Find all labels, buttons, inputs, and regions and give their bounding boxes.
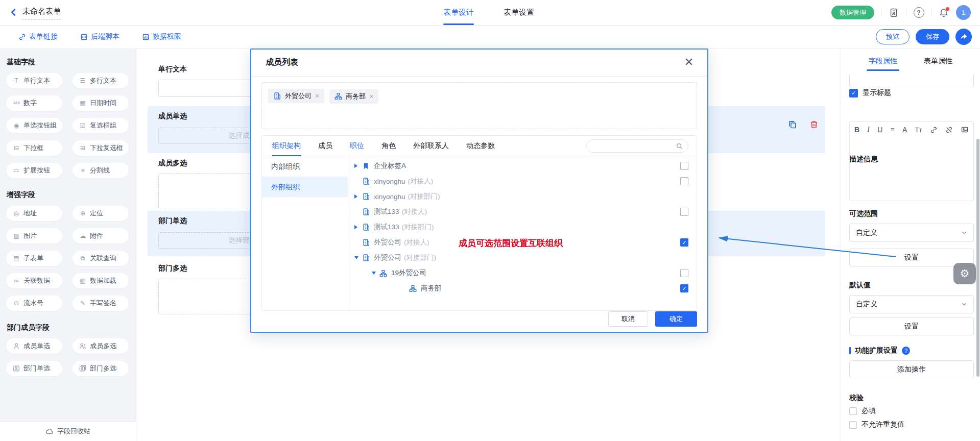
editor-font-size-icon[interactable]: Tᴛ [915, 126, 922, 134]
panel-scrollbar[interactable] [976, 139, 979, 377]
palette-item[interactable]: 部门多选 [73, 361, 129, 376]
tree-checkbox[interactable] [680, 177, 688, 185]
palette-item[interactable]: ▥数据加载 [73, 273, 129, 288]
editor-underline-icon[interactable]: U [877, 126, 882, 134]
close-icon[interactable]: ✕ [683, 56, 695, 68]
palette-item[interactable]: 成员多选 [73, 338, 129, 354]
editor-italic-icon[interactable]: I [867, 126, 870, 134]
default-set-button[interactable]: 设置 [849, 317, 974, 335]
form-title[interactable]: 未命名表单 [22, 7, 61, 20]
palette-item[interactable]: ⊞下拉复选框 [73, 140, 129, 156]
tree-node-suffix: (对接人) [404, 238, 429, 247]
save-button[interactable]: 保存 [916, 29, 949, 44]
editor-font-color-icon[interactable]: A [902, 126, 907, 134]
tree-checkbox[interactable] [680, 269, 688, 277]
tree-node[interactable]: xinyonghu(对接部门) [348, 189, 697, 204]
picker-tab-3[interactable]: 角色 [381, 136, 396, 156]
picker-tab-5[interactable]: 动态参数 [466, 136, 495, 156]
palette-item[interactable]: ☑复选框组 [73, 118, 129, 133]
no-duplicate-checkbox[interactable] [849, 421, 857, 429]
editor-content[interactable] [850, 137, 973, 193]
tree-node[interactable]: 测试133(对接人) [348, 204, 697, 219]
editor-bold-icon[interactable]: B [854, 126, 859, 134]
remove-tag-icon[interactable]: × [315, 92, 319, 100]
tree-node[interactable]: 企业标签A [348, 158, 697, 174]
palette-item[interactable]: ✎手写签名 [73, 296, 129, 311]
expand-arrow-icon[interactable] [354, 164, 362, 168]
copy-icon[interactable] [787, 119, 798, 130]
palette-item[interactable]: ◉单选按钮组 [6, 118, 62, 133]
share-button[interactable] [955, 29, 972, 45]
editor-link-icon[interactable] [930, 126, 938, 134]
remove-tag-icon[interactable]: × [369, 92, 373, 101]
header-tab-0[interactable]: 表单设计 [443, 0, 474, 25]
required-checkbox[interactable] [849, 407, 857, 415]
palette-item[interactable]: 成员单选 [6, 338, 62, 354]
tab-form-properties[interactable]: 表单属性 [924, 48, 952, 74]
toolbar-link[interactable]: 数据权限 [142, 32, 181, 41]
tree-checkbox[interactable] [680, 208, 688, 216]
back-icon[interactable] [8, 7, 19, 18]
palette-item[interactable]: ▭扩展按钮 [6, 163, 62, 178]
editor-align-icon[interactable]: ≡ [891, 126, 895, 134]
expand-arrow-icon[interactable] [372, 272, 379, 275]
field-recycle-bin[interactable]: 字段回收站 [0, 421, 136, 441]
default-value-select[interactable]: 自定义 [849, 295, 974, 313]
add-action-button[interactable]: 添加操作 [849, 360, 974, 378]
picker-tab-4[interactable]: 外部联系人 [413, 136, 449, 156]
header-tab-1[interactable]: 表单设置 [504, 0, 534, 25]
preview-button[interactable]: 预览 [876, 29, 910, 44]
palette-item[interactable]: ▤子表单 [6, 251, 62, 266]
org-type-item[interactable]: 内部组织 [262, 156, 348, 177]
picker-tab-0[interactable]: 组织架构 [272, 136, 301, 156]
picker-tab-1[interactable]: 成员 [318, 136, 332, 156]
expand-arrow-icon[interactable] [354, 256, 362, 259]
toolbar-link[interactable]: 表单链接 [18, 32, 58, 41]
palette-item[interactable]: ∞关联数据 [6, 273, 62, 288]
cancel-button[interactable]: 取消 [608, 311, 648, 327]
selected-members-area[interactable]: 外贸公司×商务部× [261, 82, 697, 129]
picker-tab-2[interactable]: 职位 [350, 136, 364, 156]
tree-checkbox[interactable] [680, 284, 688, 292]
range-select[interactable]: 自定义 [849, 224, 974, 242]
palette-item[interactable]: ⊜流水号 [6, 296, 62, 311]
toolbar-link[interactable]: 后端脚本 [80, 32, 119, 41]
tab-field-properties[interactable]: 字段属性 [869, 48, 897, 74]
editor-unlink-icon[interactable] [945, 126, 953, 134]
palette-item[interactable]: ≡分割线 [73, 163, 129, 178]
search-input[interactable] [586, 139, 688, 153]
palette-item[interactable]: 部门单选 [6, 361, 62, 376]
confirm-button[interactable]: 确定 [655, 311, 697, 327]
palette-item[interactable]: ⊟下拉框 [6, 140, 62, 156]
data-manage-button[interactable]: 数据管理 [831, 6, 874, 19]
expand-arrow-icon[interactable] [354, 194, 362, 199]
tree-node[interactable]: 测试133(对接部门) [348, 219, 697, 235]
palette-item[interactable]: T单行文本 [6, 73, 62, 88]
palette-item[interactable]: ▨图片 [6, 228, 62, 243]
field-title-input[interactable] [849, 75, 974, 87]
tree-checkbox[interactable] [680, 238, 688, 247]
expand-arrow-icon[interactable] [354, 225, 362, 229]
palette-item[interactable]: ▦日期时间 [73, 95, 129, 111]
show-title-checkbox[interactable] [849, 89, 858, 97]
tree-node[interactable]: xinyonghu(对接人) [348, 174, 697, 189]
contact-card-icon[interactable] [888, 7, 899, 18]
tree-checkbox[interactable] [680, 162, 688, 170]
palette-item[interactable]: 123数字 [6, 95, 62, 111]
tree-node[interactable]: 商务部 [348, 281, 697, 296]
help-icon[interactable]: ? [913, 7, 924, 18]
org-type-item[interactable]: 外部组织 [262, 177, 348, 197]
editor-image-icon[interactable] [961, 126, 969, 134]
help-badge-icon[interactable]: ? [902, 347, 910, 355]
tree-node[interactable]: 外贸公司(对接部门) [348, 250, 697, 265]
palette-item[interactable]: ⊕定位 [73, 206, 129, 221]
tree-node[interactable]: 19外贸公司 [348, 265, 697, 281]
avatar[interactable]: 1 [956, 5, 971, 20]
gear-icon[interactable]: ⚙ [953, 263, 976, 284]
palette-item[interactable]: ⧉关联查询 [73, 251, 129, 266]
palette-item[interactable]: ☰多行文本 [73, 73, 129, 88]
trash-icon[interactable] [809, 119, 819, 130]
notification-bell-icon[interactable] [938, 7, 949, 18]
palette-item[interactable]: ◎地址 [6, 206, 62, 221]
palette-item[interactable]: ☁附件 [73, 228, 129, 243]
